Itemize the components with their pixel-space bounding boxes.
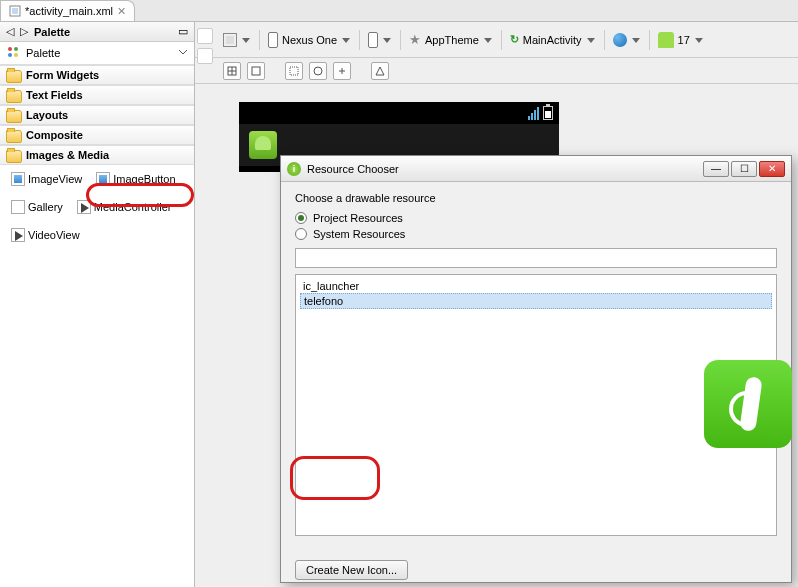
portrait-icon xyxy=(368,32,378,48)
separator xyxy=(649,30,650,50)
svg-point-4 xyxy=(8,53,12,57)
api-dropdown[interactable]: 17 xyxy=(658,32,704,48)
widget-label: MediaController xyxy=(94,201,172,213)
widget-gallery[interactable]: Gallery xyxy=(6,197,68,217)
create-new-icon-button[interactable]: Create New Icon... xyxy=(295,560,408,580)
dropdown-icon xyxy=(631,35,641,45)
category-label: Text Fields xyxy=(26,89,83,101)
window-buttons: — ☐ ✕ xyxy=(703,161,785,177)
separator xyxy=(604,30,605,50)
palette-mode-icon xyxy=(6,45,20,61)
config-dropdown[interactable] xyxy=(223,33,251,47)
star-icon: ★ xyxy=(409,32,421,47)
zoom-in-button[interactable] xyxy=(333,62,351,80)
list-item-telefono[interactable]: telefono xyxy=(300,293,772,309)
svg-point-5 xyxy=(14,53,18,57)
folder-icon xyxy=(6,90,20,101)
zoom-actual-button[interactable] xyxy=(309,62,327,80)
svg-point-2 xyxy=(8,47,12,51)
locale-dropdown[interactable] xyxy=(613,33,641,47)
widget-mediacontroller[interactable]: MediaController xyxy=(72,197,177,217)
radio-label: System Resources xyxy=(313,228,405,240)
close-icon[interactable]: ✕ xyxy=(117,5,126,18)
radio-project-resources[interactable]: Project Resources xyxy=(295,212,777,224)
config-toolbar: Nexus One ★AppTheme ↻MainActivity 17 xyxy=(195,22,798,58)
widget-label: ImageView xyxy=(28,173,82,185)
phone-handset-icon xyxy=(723,373,773,435)
theme-label: AppTheme xyxy=(425,34,479,46)
activity-dropdown[interactable]: ↻MainActivity xyxy=(510,33,596,46)
dropdown-icon xyxy=(483,35,493,45)
widgets-row-3: VideoView xyxy=(0,221,194,249)
minimize-icon[interactable]: ▭ xyxy=(178,25,188,38)
dialog-button-row: Create New Icon... xyxy=(295,564,408,576)
lint-button[interactable] xyxy=(371,62,389,80)
category-layouts[interactable]: Layouts xyxy=(0,105,194,125)
toggle-grid-button[interactable] xyxy=(247,62,265,80)
editor-tab-activity-main[interactable]: *activity_main.xml ✕ xyxy=(0,0,135,21)
svg-rect-1 xyxy=(12,8,18,14)
zoom-fit-button[interactable] xyxy=(285,62,303,80)
folder-icon xyxy=(6,150,20,161)
separator xyxy=(259,30,260,50)
activity-label: MainActivity xyxy=(523,34,582,46)
separator xyxy=(501,30,502,50)
toggle-bounds-button[interactable] xyxy=(223,62,241,80)
category-images-media[interactable]: Images & Media xyxy=(0,145,194,165)
dropdown-icon xyxy=(694,35,704,45)
layout-toolbar xyxy=(195,58,798,84)
vertical-toolbar xyxy=(197,28,213,64)
android-icon xyxy=(658,32,674,48)
filter-input[interactable] xyxy=(295,248,777,268)
radio-system-resources[interactable]: System Resources xyxy=(295,228,777,240)
editor-tabbar: *activity_main.xml ✕ xyxy=(0,0,798,22)
video-icon xyxy=(11,228,25,242)
minimize-button[interactable]: — xyxy=(703,161,729,177)
palette-sub-label: Palette xyxy=(26,47,60,59)
config-icon xyxy=(223,33,237,47)
palette-header[interactable]: ◁ ▷ Palette ▭ xyxy=(0,22,194,42)
dialog-titlebar[interactable]: i Resource Chooser — ☐ ✕ xyxy=(281,156,791,182)
widgets-row-1: ImageView ImageButton xyxy=(0,165,194,193)
svg-point-9 xyxy=(314,67,322,75)
category-label: Composite xyxy=(26,129,83,141)
svg-rect-8 xyxy=(290,67,298,75)
vtool-2[interactable] xyxy=(197,48,213,64)
widget-label: ImageButton xyxy=(113,173,175,185)
list-item-ic-launcher[interactable]: ic_launcher xyxy=(300,279,772,293)
category-text-fields[interactable]: Text Fields xyxy=(0,85,194,105)
chevron-right-icon: ▷ xyxy=(20,25,30,38)
globe-icon xyxy=(613,33,627,47)
palette-subheader[interactable]: Palette xyxy=(0,42,194,65)
maximize-button[interactable]: ☐ xyxy=(731,161,757,177)
dialog-title: Resource Chooser xyxy=(307,163,399,175)
vtool-1[interactable] xyxy=(197,28,213,44)
tab-label: *activity_main.xml xyxy=(25,5,113,17)
widget-label: Gallery xyxy=(28,201,63,213)
category-form-widgets[interactable]: Form Widgets xyxy=(0,65,194,85)
widget-videoview[interactable]: VideoView xyxy=(6,225,85,245)
svg-point-3 xyxy=(14,47,18,51)
dialog-prompt: Choose a drawable resource xyxy=(295,192,777,204)
battery-icon xyxy=(543,106,553,120)
close-button[interactable]: ✕ xyxy=(759,161,785,177)
launcher-icon xyxy=(249,131,277,159)
device-label: Nexus One xyxy=(282,34,337,46)
separator xyxy=(400,30,401,50)
widget-imagebutton[interactable]: ImageButton xyxy=(91,169,180,189)
folder-icon xyxy=(6,70,20,81)
phone-icon xyxy=(268,32,278,48)
orientation-dropdown[interactable] xyxy=(368,32,392,48)
category-composite[interactable]: Composite xyxy=(0,125,194,145)
gallery-icon xyxy=(11,200,25,214)
widget-label: VideoView xyxy=(28,229,80,241)
theme-dropdown[interactable]: ★AppTheme xyxy=(409,32,493,47)
dropdown-icon xyxy=(341,35,351,45)
dropdown-icon[interactable] xyxy=(178,47,188,59)
widget-imageview[interactable]: ImageView xyxy=(6,169,87,189)
svg-rect-7 xyxy=(252,67,260,75)
device-dropdown[interactable]: Nexus One xyxy=(268,32,351,48)
chevron-left-icon: ◁ xyxy=(6,25,16,38)
dialog-icon: i xyxy=(287,162,301,176)
category-label: Images & Media xyxy=(26,149,109,161)
